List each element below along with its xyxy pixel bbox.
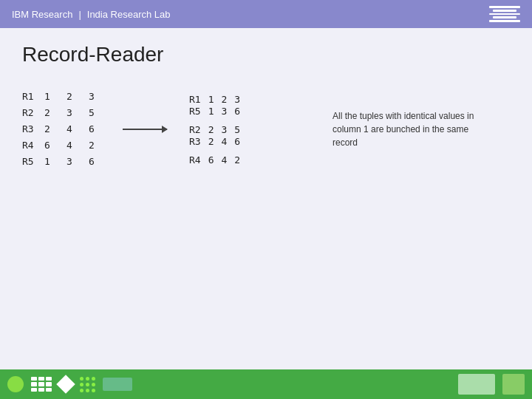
col1: 2 — [208, 124, 214, 135]
footer-bar — [0, 369, 532, 399]
arrow-container — [123, 129, 167, 130]
table-row: R4 6 4 2 — [22, 137, 100, 154]
ibm-logo-icon — [489, 6, 520, 22]
header-separator: | — [78, 9, 81, 20]
right-records: R1 1 2 3 R5 1 3 6 R2 2 3 5 — [189, 94, 240, 166]
row-id: R2 — [189, 124, 201, 135]
col3: 5 — [89, 105, 100, 121]
row-id: R5 — [22, 154, 34, 170]
page-title: Record-Reader — [22, 43, 510, 66]
col3: 2 — [234, 154, 240, 166]
col1: 2 — [44, 121, 56, 137]
table-row: R3 2 4 6 — [189, 136, 240, 147]
col3: 6 — [234, 136, 240, 147]
header-bar: IBM Research | India Research Lab — [0, 0, 532, 28]
row-id: R2 — [22, 105, 34, 121]
col3: 2 — [89, 137, 100, 154]
table-row: R5 1 3 6 — [22, 154, 100, 170]
diagram-area: R1 1 2 3 R2 2 3 5 R3 2 4 6 R4 6 4 2 — [22, 89, 510, 170]
col2: 3 — [221, 124, 227, 135]
row-id: R1 — [189, 94, 201, 105]
col2: 4 — [66, 121, 78, 137]
row-id: R4 — [189, 154, 201, 166]
footer-dots-icon — [80, 377, 95, 392]
left-table: R1 1 2 3 R2 2 3 5 R3 2 4 6 R4 6 4 2 — [22, 89, 100, 170]
col2: 3 — [66, 105, 78, 121]
col1: 1 — [44, 89, 56, 105]
table-row: R5 1 3 6 — [189, 106, 240, 117]
col3: 6 — [234, 106, 240, 117]
comment-line1: All the tuples with identical values in — [332, 111, 474, 121]
footer-circle-icon — [7, 376, 24, 392]
col1: 1 — [208, 94, 214, 105]
footer-rect-icon — [103, 378, 132, 391]
footer-block2-icon — [502, 374, 525, 395]
col2: 3 — [221, 106, 227, 117]
col1: 6 — [208, 154, 214, 166]
row-id: R3 — [189, 136, 201, 147]
comment-text: All the tuples with identical values in … — [332, 109, 488, 149]
footer-diamond-icon — [56, 375, 75, 393]
lab-label: India Research Lab — [87, 9, 171, 20]
col1: 6 — [44, 137, 56, 154]
arrow-icon — [123, 129, 167, 130]
footer-grid-icon — [31, 377, 52, 392]
footer-block-icon — [458, 374, 495, 395]
col2: 4 — [221, 136, 227, 147]
col2: 2 — [221, 94, 227, 105]
table-row: R4 6 4 2 — [189, 154, 240, 166]
table-row: R3 2 4 6 — [22, 121, 100, 137]
col1: 1 — [208, 106, 214, 117]
col2: 2 — [66, 89, 78, 105]
record-group-1: R1 1 2 3 R5 1 3 6 — [189, 94, 240, 117]
col1: 1 — [44, 154, 56, 170]
col2: 4 — [221, 154, 227, 166]
table-row: R2 2 3 5 — [22, 105, 100, 121]
col2: 3 — [66, 154, 78, 170]
col3: 5 — [234, 124, 240, 135]
record-group-3: R4 6 4 2 — [189, 154, 240, 166]
col3: 3 — [89, 89, 100, 105]
row-id: R3 — [22, 121, 34, 137]
row-id: R5 — [189, 106, 201, 117]
col3: 6 — [89, 121, 100, 137]
col2: 4 — [66, 137, 78, 154]
row-id: R4 — [22, 137, 34, 154]
col3: 6 — [89, 154, 100, 170]
header-branding: IBM Research | India Research Lab — [12, 9, 171, 20]
ibm-research-label: IBM Research — [12, 9, 72, 20]
table-row: R1 1 2 3 — [22, 89, 100, 105]
col1: 2 — [44, 105, 56, 121]
row-id: R1 — [22, 89, 34, 105]
table-row: R1 1 2 3 — [189, 94, 240, 105]
col3: 3 — [234, 94, 240, 105]
main-content: Record-Reader R1 1 2 3 R2 2 3 5 R3 2 4 6 — [0, 28, 532, 369]
table-row: R2 2 3 5 — [189, 124, 240, 135]
col1: 2 — [208, 136, 214, 147]
comment-line2: column 1 are bunched in the same record — [332, 124, 468, 148]
record-group-2: R2 2 3 5 R3 2 4 6 — [189, 124, 240, 147]
